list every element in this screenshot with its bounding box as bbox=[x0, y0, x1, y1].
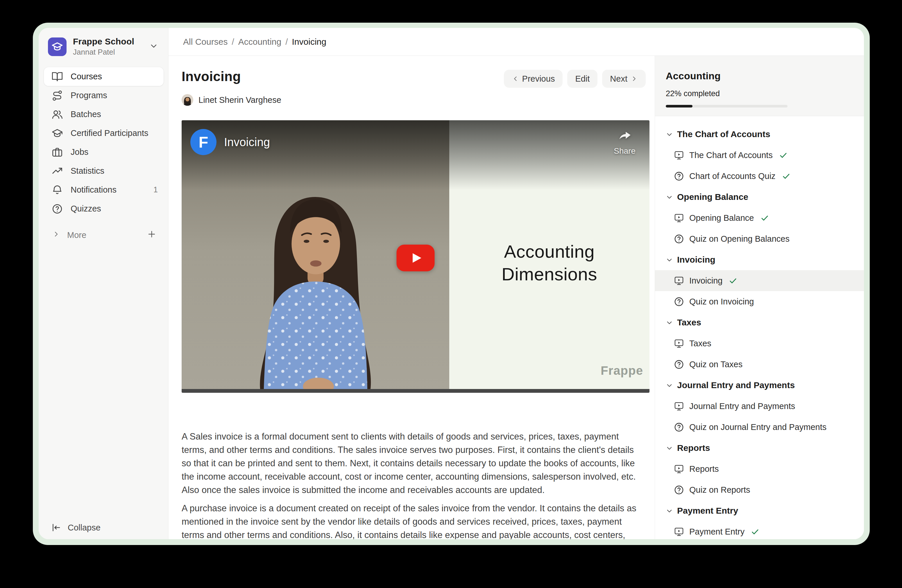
sidebar-item-label: Batches bbox=[70, 109, 101, 119]
chevron-down-icon[interactable] bbox=[149, 41, 158, 52]
lesson-header: Invoicing Previous Edit Nex bbox=[182, 69, 650, 88]
slide-title-line2: Dimensions bbox=[449, 263, 650, 286]
quiz-lesson-icon bbox=[673, 171, 684, 181]
outline-section-reports[interactable]: Reports bbox=[655, 438, 864, 458]
video-bottom-bar bbox=[182, 389, 650, 393]
outline-lesson[interactable]: Payment Entry bbox=[655, 521, 864, 539]
video-title[interactable]: Invoicing bbox=[224, 136, 270, 149]
check-icon bbox=[782, 172, 791, 181]
sidebar-item-certified-participants[interactable]: Certified Participants bbox=[44, 124, 164, 142]
sidebar-more-label: More bbox=[67, 230, 86, 240]
chevron-down-icon bbox=[666, 507, 673, 515]
share-label: Share bbox=[614, 146, 636, 156]
quiz-lesson-icon bbox=[673, 359, 684, 370]
outline-lesson[interactable]: Quiz on Reports bbox=[655, 479, 864, 500]
outline-lesson[interactable]: Journal Entry and Payments bbox=[655, 396, 864, 417]
outline-section-payment-entry[interactable]: Payment Entry bbox=[655, 500, 864, 521]
video-player[interactable]: Accounting Dimensions Frappe F Invoicing bbox=[182, 120, 650, 393]
outline-lesson[interactable]: Quiz on Invoicing bbox=[655, 291, 864, 312]
outline-section-title: Opening Balance bbox=[677, 192, 748, 202]
video-lesson-icon bbox=[673, 150, 684, 161]
sidebar-item-label: Courses bbox=[70, 72, 102, 81]
lesson-paragraph: A Sales invoice is a formal document sen… bbox=[182, 430, 637, 497]
outline-section-chart-of-accounts[interactable]: The Chart of Accounts bbox=[655, 124, 864, 145]
briefcase-icon bbox=[52, 146, 63, 158]
sidebar-item-programs[interactable]: Programs bbox=[44, 86, 164, 105]
collapse-sidebar-icon bbox=[51, 522, 61, 533]
outline-lesson[interactable]: Taxes bbox=[655, 333, 864, 354]
video-lesson-icon bbox=[673, 464, 684, 474]
add-icon[interactable] bbox=[147, 229, 157, 241]
previous-button-label: Previous bbox=[522, 74, 555, 84]
lesson-actions: Previous Edit Next bbox=[504, 70, 646, 88]
sidebar-item-courses[interactable]: Courses bbox=[44, 67, 164, 86]
outline-section-invoicing[interactable]: Invoicing bbox=[655, 249, 864, 270]
outline-lesson[interactable]: Opening Balance bbox=[655, 207, 864, 228]
lesson-paragraph: A purchase invoice is a document created… bbox=[182, 502, 637, 539]
share-button[interactable]: Share bbox=[614, 128, 636, 156]
outline-lesson[interactable]: Chart of Accounts Quiz bbox=[655, 166, 864, 186]
outline-lesson-current[interactable]: Invoicing bbox=[655, 270, 864, 291]
outline-section-title: Reports bbox=[677, 443, 710, 453]
trending-up-icon bbox=[52, 165, 63, 177]
outline-section-title: Taxes bbox=[677, 317, 701, 327]
workspace-user: Jannat Patel bbox=[73, 48, 134, 57]
check-icon bbox=[751, 527, 759, 536]
check-icon bbox=[760, 214, 769, 222]
workspace-title: Frappe School bbox=[73, 37, 134, 47]
breadcrumb-all-courses[interactable]: All Courses bbox=[183, 37, 227, 47]
outline-lesson[interactable]: Quiz on Journal Entry and Payments bbox=[655, 417, 864, 438]
app-window: Frappe School Jannat Patel Courses Progr… bbox=[39, 28, 864, 539]
play-button[interactable] bbox=[397, 245, 435, 271]
sidebar-item-batches[interactable]: Batches bbox=[44, 105, 164, 124]
workspace-switcher[interactable]: Frappe School Jannat Patel bbox=[39, 28, 168, 57]
outline-lesson[interactable]: Quiz on Opening Balances bbox=[655, 228, 864, 249]
video-lesson-icon bbox=[673, 526, 684, 537]
sidebar-item-quizzes[interactable]: Quizzes bbox=[44, 199, 164, 218]
sidebar-item-label: Notifications bbox=[70, 185, 116, 195]
quiz-lesson-icon bbox=[673, 296, 684, 307]
outline-lesson-title: Quiz on Opening Balances bbox=[689, 234, 789, 244]
outline-section-journal-entry[interactable]: Journal Entry and Payments bbox=[655, 375, 864, 396]
sidebar-more-toggle[interactable]: More bbox=[44, 226, 164, 244]
course-outline-list: The Chart of Accounts The Chart of Accou… bbox=[655, 116, 864, 539]
sidebar-item-notifications[interactable]: Notifications 1 bbox=[44, 180, 164, 199]
progress-bar-fill bbox=[666, 105, 692, 108]
chevron-down-icon bbox=[666, 193, 673, 201]
graduation-cap-icon bbox=[52, 128, 63, 139]
outline-section-taxes[interactable]: Taxes bbox=[655, 312, 864, 333]
play-icon bbox=[410, 250, 423, 266]
edit-button[interactable]: Edit bbox=[567, 70, 597, 88]
outline-lesson-title: Quiz on Taxes bbox=[689, 360, 742, 369]
outline-section-title: Journal Entry and Payments bbox=[677, 380, 795, 390]
chevron-down-icon bbox=[666, 444, 673, 452]
outline-lesson[interactable]: Reports bbox=[655, 458, 864, 479]
quiz-lesson-icon bbox=[673, 485, 684, 495]
outline-section-opening-balance[interactable]: Opening Balance bbox=[655, 186, 864, 207]
users-icon bbox=[52, 109, 63, 120]
outline-lesson-title: Opening Balance bbox=[689, 213, 754, 223]
sidebar-item-label: Jobs bbox=[70, 147, 88, 157]
notification-count-badge: 1 bbox=[153, 185, 158, 194]
body-row: Invoicing Previous Edit Nex bbox=[169, 56, 864, 539]
chevron-down-icon bbox=[666, 130, 673, 138]
breadcrumb-accounting[interactable]: Accounting bbox=[238, 37, 281, 47]
sidebar-item-jobs[interactable]: Jobs bbox=[44, 142, 164, 161]
course-title: Accounting bbox=[666, 70, 853, 81]
video-lesson-icon bbox=[673, 275, 684, 286]
channel-avatar[interactable]: F bbox=[190, 129, 216, 155]
sidebar-item-statistics[interactable]: Statistics bbox=[44, 161, 164, 180]
breadcrumb-separator: / bbox=[285, 37, 288, 47]
outline-lesson-title: Quiz on Invoicing bbox=[689, 297, 754, 307]
app-window-frame: Frappe School Jannat Patel Courses Progr… bbox=[33, 23, 870, 545]
course-outline-header: Accounting 22% completed bbox=[655, 56, 864, 116]
outline-lesson-title: Quiz on Reports bbox=[689, 485, 750, 495]
outline-lesson[interactable]: The Chart of Accounts bbox=[655, 145, 864, 166]
author-row: Linet Sherin Varghese bbox=[182, 94, 650, 106]
outline-lesson[interactable]: Quiz on Taxes bbox=[655, 354, 864, 375]
sidebar-collapse-button[interactable]: Collapse bbox=[51, 522, 100, 533]
route-icon bbox=[52, 90, 63, 102]
next-button[interactable]: Next bbox=[602, 70, 646, 88]
video-lesson-icon bbox=[673, 213, 684, 224]
previous-button[interactable]: Previous bbox=[504, 70, 563, 88]
